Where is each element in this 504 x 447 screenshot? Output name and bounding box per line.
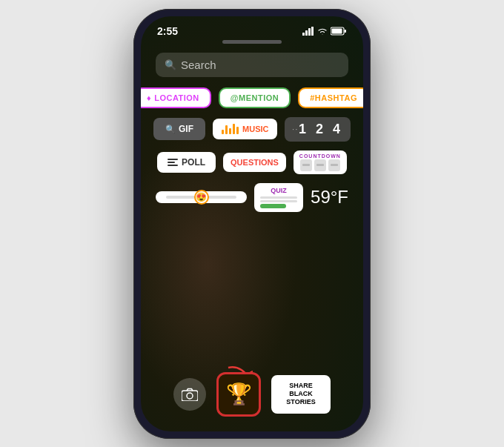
hashtag-sticker[interactable]: #HASHTAG <box>298 87 363 108</box>
share-line3: STORIES <box>286 398 315 406</box>
svg-rect-3 <box>311 27 314 36</box>
badge-emoji: 🏆 <box>226 382 252 406</box>
gif-sticker[interactable]: 🔍 GIF <box>153 118 205 140</box>
phone-frame: 2:55 <box>133 9 371 439</box>
music-bars-icon <box>222 124 239 134</box>
sticker-row-3: POLL QUESTIONS COUNTDOWN <box>156 150 348 174</box>
search-icon: 🔍 <box>165 59 176 70</box>
svg-rect-7 <box>182 391 198 401</box>
sticker-row-4: 😍 QUIZ 59°F <box>156 183 348 212</box>
search-placeholder: Search <box>181 59 216 71</box>
sticker-badge[interactable]: 🏆 <box>216 372 261 417</box>
gif-search-icon: 🔍 <box>165 125 176 134</box>
digit-box-3 <box>328 159 340 171</box>
sticker-row-2: 🔍 GIF MUSIC ·· 1 2 4 <box>156 117 348 142</box>
questions-label: QUESTIONS <box>231 158 279 167</box>
poll-line-1 <box>168 159 178 160</box>
counter-value: 1 2 4 <box>299 122 343 137</box>
share-black-text: SHARE BLACK STORIES <box>286 382 315 405</box>
signal-icon <box>302 27 314 36</box>
svg-rect-6 <box>332 28 342 33</box>
counter-sticker[interactable]: ·· 1 2 4 <box>285 117 351 142</box>
poll-label: POLL <box>182 157 205 168</box>
slider-thumb: 😍 <box>194 190 209 205</box>
music-sticker[interactable]: MUSIC <box>213 119 277 139</box>
svg-rect-2 <box>308 28 311 36</box>
svg-rect-5 <box>345 30 347 33</box>
temperature-value: 59°F <box>311 187 348 208</box>
music-label: MUSIC <box>242 125 268 133</box>
svg-rect-1 <box>305 30 308 36</box>
hashtag-label: #HASHTAG <box>310 93 357 102</box>
location-label: LOCATION <box>154 93 199 102</box>
countdown-label: COUNTDOWN <box>299 153 341 159</box>
mention-sticker[interactable]: @MENTION <box>219 87 291 108</box>
slider-track: 😍 <box>166 196 236 199</box>
quiz-sticker[interactable]: QUIZ <box>254 183 303 212</box>
mention-label: @MENTION <box>231 93 279 102</box>
quiz-answer-line <box>260 204 286 208</box>
poll-sticker[interactable]: POLL <box>157 152 216 173</box>
music-bar-3 <box>229 128 231 134</box>
quiz-line-1 <box>260 196 297 199</box>
music-bar-2 <box>225 125 228 134</box>
quiz-lines <box>260 196 297 208</box>
poll-line-3 <box>168 165 178 166</box>
svg-point-8 <box>187 393 193 399</box>
music-bar-1 <box>222 130 224 134</box>
questions-sticker[interactable]: QUESTIONS <box>223 153 286 172</box>
location-icon-dot: ♦ <box>147 93 151 102</box>
camera-button[interactable] <box>173 378 206 411</box>
gif-label: GIF <box>179 124 193 134</box>
status-bar: 2:55 <box>141 16 363 40</box>
location-sticker[interactable]: ♦ LOCATION <box>141 87 211 108</box>
svg-rect-0 <box>302 33 305 36</box>
poll-lines-icon <box>168 159 178 166</box>
phone-screen: 2:55 <box>141 16 363 431</box>
sticker-row-1: ♦ LOCATION @MENTION #HASHTAG <box>156 87 348 108</box>
camera-icon <box>182 388 198 401</box>
quiz-line-2 <box>260 200 297 202</box>
share-line2: BLACK <box>286 390 315 398</box>
share-black-stories-sticker[interactable]: SHARE BLACK STORIES <box>271 375 331 414</box>
emoji-slider-sticker[interactable]: 😍 <box>156 191 247 203</box>
countdown-sticker[interactable]: COUNTDOWN <box>294 150 347 174</box>
counter-dots: ·· <box>292 126 298 133</box>
countdown-digits <box>300 159 340 171</box>
share-line1: SHARE <box>286 382 315 390</box>
digit-box-1 <box>300 159 312 171</box>
bottom-row: 🏆 SHARE BLACK STORIES <box>141 366 363 431</box>
temperature-sticker[interactable]: 59°F <box>311 187 348 208</box>
wifi-icon <box>317 27 328 36</box>
battery-icon <box>331 27 347 36</box>
music-bar-4 <box>233 124 235 134</box>
status-icons <box>302 27 347 36</box>
search-bar[interactable]: 🔍 Search <box>156 53 348 77</box>
notch-pill <box>222 40 282 44</box>
poll-line-2 <box>168 162 175 163</box>
digit-box-2 <box>314 159 326 171</box>
stickers-area: ♦ LOCATION @MENTION #HASHTAG 🔍 GIF <box>141 87 363 366</box>
status-time: 2:55 <box>157 25 178 37</box>
quiz-title: QUIZ <box>271 187 287 194</box>
music-bar-5 <box>236 127 239 134</box>
